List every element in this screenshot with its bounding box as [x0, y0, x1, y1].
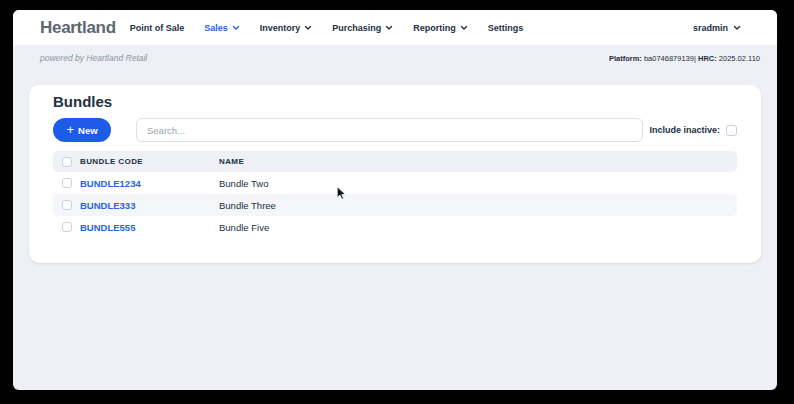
bundle-code-link[interactable]: BUNDLE555 — [80, 222, 135, 233]
nav-item-label: Reporting — [413, 23, 456, 33]
nav-item-inventory[interactable]: Inventory — [260, 23, 313, 33]
main-nav: Point of Sale Sales Inventory Purchasing… — [130, 23, 524, 33]
bundle-code-link[interactable]: BUNDLE333 — [80, 200, 135, 211]
bundle-name: Bundle Five — [219, 222, 269, 233]
table-row: BUNDLE1234 Bundle Two — [53, 172, 737, 194]
heartland-logo: Heartland — [40, 18, 116, 38]
row-checkbox[interactable] — [62, 178, 72, 188]
nav-item-label: Settings — [488, 23, 524, 33]
nav-item-label: Purchasing — [332, 23, 381, 33]
hrc-label: HRC: — [698, 54, 717, 63]
table-row: BUNDLE333 Bundle Three — [53, 194, 737, 216]
nav-item-label: Point of Sale — [130, 23, 185, 33]
platform-label: Platform: — [609, 54, 642, 63]
powered-by-text: powered by Heartland Retail — [40, 53, 147, 63]
app-window: Heartland Point of Sale Sales Inventory … — [13, 10, 777, 390]
new-button-label: New — [78, 125, 98, 136]
nav-item-reporting[interactable]: Reporting — [413, 23, 468, 33]
bundle-name: Bundle Two — [219, 178, 268, 189]
plus-icon: + — [66, 123, 74, 136]
controls-row: + New Include inactive: — [53, 118, 737, 142]
chevron-down-icon — [385, 25, 393, 31]
nav-item-sales[interactable]: Sales — [204, 23, 240, 33]
hrc-value: 2025.02.110 — [719, 54, 760, 63]
include-inactive-checkbox[interactable] — [726, 125, 737, 136]
nav-item-settings[interactable]: Settings — [488, 23, 524, 33]
include-inactive-label: Include inactive: — [649, 125, 720, 135]
user-menu[interactable]: sradmin — [693, 23, 741, 33]
column-header-bundle-code: BUNDLE CODE — [80, 157, 219, 166]
row-checkbox[interactable] — [62, 222, 72, 232]
bundles-table: BUNDLE CODE NAME BUNDLE1234 Bundle Two B… — [53, 151, 737, 238]
nav-item-purchasing[interactable]: Purchasing — [332, 23, 393, 33]
nav-item-label: Sales — [204, 23, 228, 33]
top-navigation-bar: Heartland Point of Sale Sales Inventory … — [13, 10, 777, 45]
new-bundle-button[interactable]: + New — [53, 118, 111, 142]
include-inactive-control: Include inactive: — [649, 125, 737, 136]
bundle-code-link[interactable]: BUNDLE1234 — [80, 178, 141, 189]
search-input[interactable] — [136, 118, 643, 142]
select-all-checkbox[interactable] — [62, 157, 72, 167]
nav-item-point-of-sale[interactable]: Point of Sale — [130, 23, 185, 33]
chevron-down-icon — [733, 25, 741, 31]
table-row: BUNDLE555 Bundle Five — [53, 216, 737, 238]
sub-header-bar: powered by Heartland Retail Platform: ba… — [13, 45, 777, 71]
platform-value: ba0746879139 — [644, 54, 694, 63]
nav-item-label: Inventory — [260, 23, 301, 33]
table-header-row: BUNDLE CODE NAME — [53, 151, 737, 172]
chevron-down-icon — [232, 25, 240, 31]
bundles-card: Bundles + New Include inactive: BUNDLE C… — [29, 85, 761, 263]
bundle-name: Bundle Three — [219, 200, 276, 211]
page-title: Bundles — [53, 94, 737, 110]
chevron-down-icon — [304, 25, 312, 31]
chevron-down-icon — [460, 25, 468, 31]
platform-version-text: Platform: ba0746879139| HRC: 2025.02.110 — [609, 54, 760, 63]
username: sradmin — [693, 23, 728, 33]
version-separator: | — [694, 54, 696, 63]
column-header-name: NAME — [219, 157, 244, 166]
row-checkbox[interactable] — [62, 200, 72, 210]
